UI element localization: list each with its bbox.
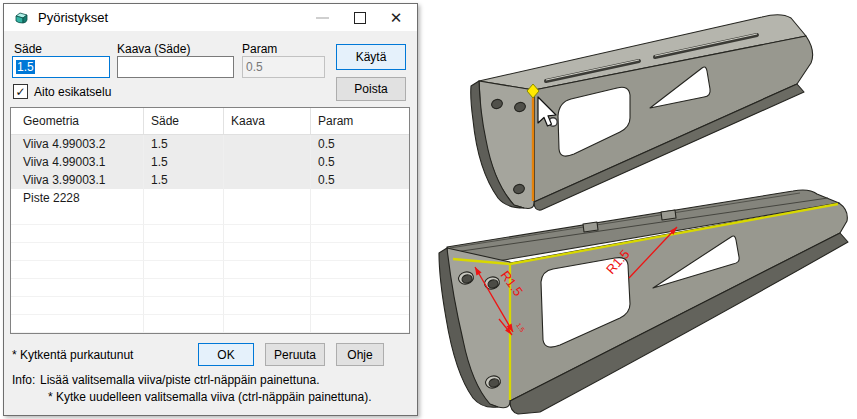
table-row[interactable] (11, 243, 409, 261)
param-input-value: 0.5 (246, 60, 263, 74)
app-stage: R1.5 R1.5 1.5 Pyöristykset ✕ (0, 0, 857, 419)
table-row[interactable] (11, 261, 409, 279)
radius-input[interactable]: 1.5 (12, 56, 110, 78)
table-cell[interactable] (224, 135, 311, 153)
slot-tab (661, 210, 676, 220)
radius-label: Säde (14, 42, 42, 56)
table-cell[interactable] (224, 315, 311, 333)
table-cell[interactable] (11, 261, 144, 279)
apply-button[interactable]: Käytä (336, 44, 406, 70)
dialog-title: Pyöristykset (38, 10, 108, 25)
table-cell[interactable] (311, 261, 409, 279)
table-cell[interactable]: 1.5 (144, 135, 224, 153)
table-cell[interactable]: Viiva 4.99003.1 (11, 153, 144, 171)
checkbox-checked-icon[interactable]: ✓ (13, 84, 28, 99)
table-cell[interactable] (224, 279, 311, 297)
table-cell[interactable] (224, 189, 311, 207)
maximize-icon (354, 12, 366, 24)
table-cell[interactable] (144, 279, 224, 297)
remove-button[interactable]: Poista (336, 77, 406, 101)
table-cell[interactable]: Viiva 4.99003.2 (11, 135, 144, 153)
table-cell[interactable] (311, 207, 409, 225)
table-cell[interactable]: Piste 2228 (11, 189, 144, 207)
geometry-table-body: Viiva 4.99003.21.50.5Viiva 4.99003.11.50… (11, 135, 409, 333)
table-row[interactable] (11, 207, 409, 225)
table-cell[interactable] (11, 315, 144, 333)
table-cell[interactable] (144, 315, 224, 333)
table-column-header[interactable]: Kaava (224, 108, 311, 134)
info-line-2: * Kytke uudelleen valitsemalla viiva (ct… (48, 390, 372, 404)
ok-button[interactable]: OK (198, 343, 254, 366)
table-row[interactable] (11, 297, 409, 315)
table-cell[interactable]: 0.5 (311, 153, 409, 171)
table-cell[interactable] (311, 225, 409, 243)
table-column-header[interactable]: Param (311, 108, 409, 134)
formula-input[interactable] (117, 56, 234, 78)
table-cell[interactable]: 0.5 (311, 171, 409, 189)
param-input: 0.5 (242, 56, 325, 78)
table-cell[interactable] (224, 153, 311, 171)
help-button[interactable]: Ohje (336, 343, 384, 366)
table-cell[interactable] (144, 225, 224, 243)
table-cell[interactable] (11, 207, 144, 225)
bracket-top-model[interactable] (471, 15, 813, 210)
table-column-header[interactable]: Geometria (11, 108, 144, 134)
table-cell[interactable]: 1.5 (144, 171, 224, 189)
table-cell[interactable] (11, 243, 144, 261)
table-cell[interactable] (224, 261, 311, 279)
table-cell[interactable] (224, 207, 311, 225)
table-cell[interactable] (311, 297, 409, 315)
radius-input-value: 1.5 (16, 60, 35, 74)
cancel-button[interactable]: Peruuta (265, 343, 325, 366)
table-row[interactable] (11, 315, 409, 333)
table-cell[interactable] (11, 297, 144, 315)
minimize-button[interactable] (305, 4, 339, 31)
table-cell[interactable] (311, 279, 409, 297)
cad-viewport[interactable]: R1.5 R1.5 1.5 (418, 0, 857, 419)
table-row[interactable]: Piste 2228 (11, 189, 409, 207)
table-cell[interactable] (311, 189, 409, 207)
table-cell[interactable] (144, 189, 224, 207)
slot-tab (583, 222, 598, 232)
info-label: Info: (12, 373, 35, 387)
close-button[interactable]: ✕ (379, 4, 413, 31)
table-cell[interactable] (144, 243, 224, 261)
table-cell[interactable] (11, 225, 144, 243)
dialog-titlebar[interactable]: Pyöristykset ✕ (4, 4, 417, 31)
bracket-bottom-model[interactable] (439, 190, 848, 414)
table-row[interactable]: Viiva 4.99003.21.50.5 (11, 135, 409, 153)
minimize-icon (316, 17, 329, 19)
close-icon: ✕ (390, 10, 403, 25)
preview-checkbox-label: Aito esikatselu (34, 85, 111, 99)
table-row[interactable] (11, 279, 409, 297)
table-cell[interactable] (144, 207, 224, 225)
table-cell[interactable]: 1.5 (144, 153, 224, 171)
table-cell[interactable] (224, 225, 311, 243)
table-cell[interactable]: 0.5 (311, 135, 409, 153)
geometry-table-header: GeometriaSädeKaavaParam (11, 108, 409, 135)
table-cell[interactable] (224, 297, 311, 315)
table-column-header[interactable]: Säde (144, 108, 224, 134)
status-note: * Kytkentä purkautunut (12, 348, 133, 362)
dialog-content: Säde Kaava (Säde) Param 1.5 0.5 Käytä Po… (4, 31, 417, 413)
table-cell[interactable] (144, 297, 224, 315)
table-cell[interactable] (224, 171, 311, 189)
table-cell[interactable] (311, 243, 409, 261)
info-line-1: Lisää valitsemalla viiva/piste ctrl-näpp… (40, 373, 320, 387)
param-label: Param (242, 42, 277, 56)
formula-label: Kaava (Säde) (117, 42, 190, 56)
table-cell[interactable] (11, 279, 144, 297)
geometry-table[interactable]: GeometriaSädeKaavaParam Viiva 4.99003.21… (10, 107, 410, 334)
fillet-dialog: Pyöristykset ✕ Säde Kaava (Säde) Param 1… (3, 3, 418, 416)
fillet-icon (14, 10, 30, 26)
table-cell[interactable] (144, 261, 224, 279)
preview-checkbox-row[interactable]: ✓ Aito esikatselu (13, 84, 111, 99)
maximize-button[interactable] (343, 4, 377, 31)
table-row[interactable]: Viiva 4.99003.11.50.5 (11, 153, 409, 171)
table-cell[interactable] (311, 315, 409, 333)
table-row[interactable] (11, 225, 409, 243)
table-row[interactable]: Viiva 3.99003.11.50.5 (11, 171, 409, 189)
table-cell[interactable] (224, 243, 311, 261)
table-cell[interactable]: Viiva 3.99003.1 (11, 171, 144, 189)
